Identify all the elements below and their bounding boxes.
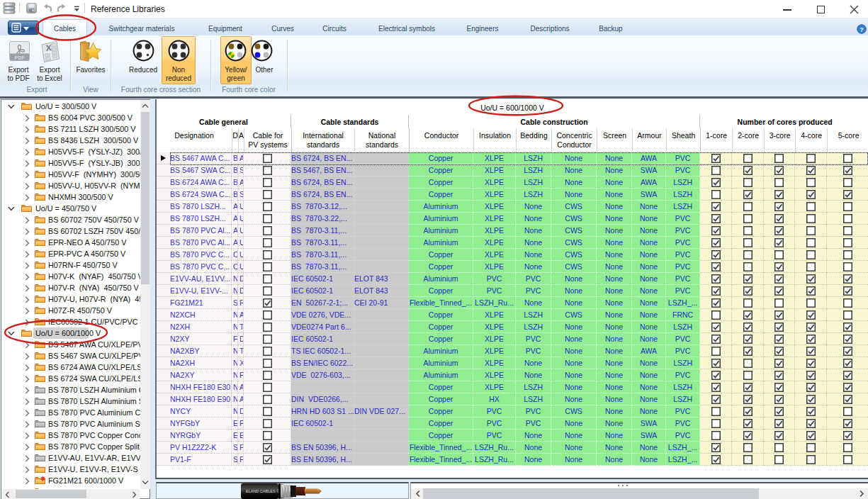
svg-text:ELAND CABLES ©: ELAND CABLES © bbox=[246, 489, 279, 493]
svg-text:?: ? bbox=[859, 26, 864, 33]
svg-text:PDF: PDF bbox=[15, 55, 26, 60]
